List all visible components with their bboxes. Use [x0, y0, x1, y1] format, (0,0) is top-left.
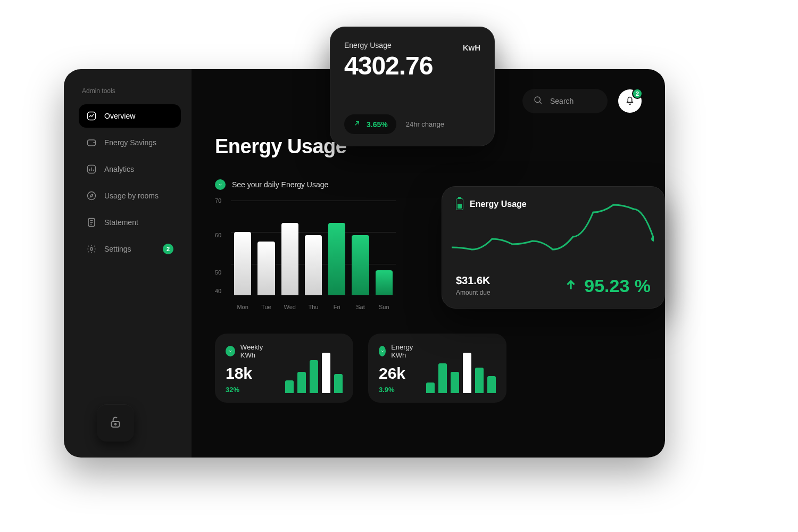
sidebar-item-statement[interactable]: Statement: [79, 211, 181, 234]
search-placeholder: Search: [550, 97, 573, 105]
bar-chart-icon: [86, 164, 97, 174]
chart-bars: [231, 201, 396, 295]
x-tick: Sun: [376, 304, 393, 310]
spark-bar: [285, 380, 294, 393]
svg-point-9: [651, 236, 654, 242]
notifications-button[interactable]: 2: [618, 89, 642, 113]
daily-chart-caption: See your daily Energy Usage: [232, 180, 328, 189]
mini-card-percent: 32%: [226, 386, 276, 394]
mini-card-value: 18k: [226, 364, 276, 383]
sidebar-item-label: Settings: [104, 245, 131, 253]
gear-icon: [86, 244, 97, 254]
spark-bar: [475, 368, 484, 393]
x-tick: Mon: [234, 304, 251, 310]
x-tick: Tue: [257, 304, 275, 310]
spark-bar: [463, 353, 471, 393]
sidebar-section-label: Admin tools: [82, 87, 181, 95]
compass-icon: [86, 190, 97, 201]
arrow-up-right-icon: [353, 119, 361, 129]
spark-bar: [438, 363, 447, 393]
spark-bar: [310, 360, 318, 393]
mini-card-value: 26k: [379, 364, 417, 383]
mini-card-percent: 3.9%: [379, 386, 417, 394]
sidebar-item-energy-savings[interactable]: Energy Savings: [79, 131, 181, 154]
sidebar: Admin tools Overview Energy Savings: [64, 69, 192, 458]
x-tick: Thu: [305, 304, 322, 310]
sidebar-item-overview[interactable]: Overview: [79, 104, 181, 128]
sidebar-item-label: Analytics: [104, 165, 134, 173]
x-tick: Fri: [328, 304, 345, 310]
mini-card-spark: [426, 353, 496, 393]
sidebar-item-label: Statement: [104, 218, 138, 227]
y-tick: 40: [215, 288, 221, 294]
mini-card-energy-kwh[interactable]: Energy KWh 26k 3.9%: [368, 334, 506, 403]
svg-rect-6: [111, 421, 119, 427]
arrow-up-icon: [564, 276, 578, 296]
sidebar-item-usage-by-rooms[interactable]: Usage by rooms: [79, 184, 181, 207]
lock-button[interactable]: [97, 404, 134, 442]
delta-label: 24hr change: [406, 120, 444, 128]
card-value: 4302.76: [344, 51, 480, 80]
mini-card-weekly-kwh[interactable]: Weekly KWh 18k 32%: [215, 334, 353, 403]
chart-bar: [328, 223, 345, 295]
chart-bar: [234, 232, 251, 295]
search-icon: [533, 95, 543, 107]
chevron-down-icon: [379, 346, 386, 356]
svg-point-8: [535, 97, 541, 103]
energy-usage-summary-card: Energy Usage KwH 4302.76 3.65% 24hr chan…: [330, 27, 495, 146]
y-tick: 70: [215, 197, 221, 204]
wallet-icon: [86, 137, 97, 148]
chart-bar: [305, 235, 322, 295]
amount-due-value: $31.6K: [456, 275, 491, 287]
spark-bar: [426, 383, 435, 393]
chart-xlabels: MonTueWedThuFriSatSun: [231, 304, 396, 310]
card-title: Energy Usage: [344, 41, 392, 52]
mini-card-title: Weekly KWh: [240, 343, 276, 359]
chevron-down-icon: [226, 346, 235, 356]
document-icon: [86, 217, 97, 228]
trend-percent: 95.23 %: [564, 276, 651, 296]
search-input[interactable]: Search: [522, 89, 608, 113]
mini-card-spark: [285, 353, 343, 393]
chart-bar: [281, 223, 298, 295]
svg-point-7: [115, 423, 117, 425]
sidebar-item-label: Usage by rooms: [104, 192, 159, 200]
mini-card-title: Energy KWh: [391, 343, 417, 359]
x-tick: Wed: [281, 304, 298, 310]
chevron-down-icon[interactable]: [215, 179, 226, 190]
settings-badge: 2: [163, 244, 173, 254]
sidebar-item-analytics[interactable]: Analytics: [79, 157, 181, 181]
svg-point-3: [88, 192, 96, 200]
y-tick: 60: [215, 232, 221, 238]
chart-bar: [376, 270, 393, 295]
daily-energy-chart: 70 60 50 40 MonTueWedThuFriSatSun: [215, 198, 396, 310]
chart-line-icon: [86, 111, 97, 121]
chart-bar: [257, 242, 275, 295]
spark-bar: [451, 372, 459, 393]
trend-line-chart: [452, 196, 654, 260]
svg-point-5: [90, 248, 93, 251]
sidebar-nav: Overview Energy Savings Analytics: [79, 104, 181, 261]
sidebar-item-settings[interactable]: Settings 2: [79, 237, 181, 261]
sidebar-item-label: Energy Savings: [104, 138, 156, 147]
spark-bar: [487, 376, 496, 393]
sidebar-item-label: Overview: [104, 112, 135, 120]
energy-usage-trend-card: Energy Usage $31.6K Amount due 95.23 %: [442, 186, 665, 309]
spark-bar: [297, 372, 306, 393]
delta-value: 3.65%: [367, 120, 388, 129]
spark-bar: [322, 353, 330, 393]
trend-percent-value: 95.23 %: [584, 276, 651, 296]
notification-badge: 2: [632, 88, 643, 99]
x-tick: Sat: [352, 304, 369, 310]
unlock-icon: [109, 415, 122, 431]
y-tick: 50: [215, 269, 221, 276]
delta-pill: 3.65%: [344, 114, 396, 134]
amount-due-label: Amount due: [456, 289, 491, 296]
mini-cards-row: Weekly KWh 18k 32% Energy KWh 26k: [215, 334, 642, 403]
chart-bar: [352, 235, 369, 295]
spark-bar: [334, 374, 343, 393]
